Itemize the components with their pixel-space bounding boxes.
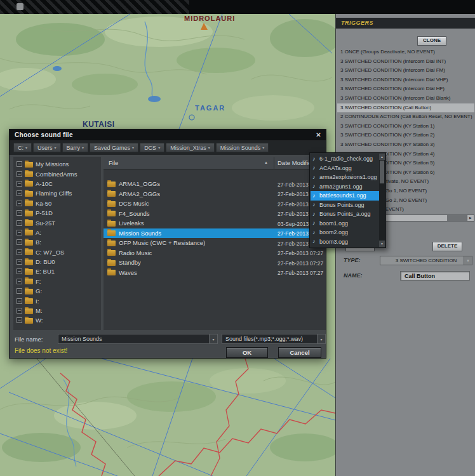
trigger-row[interactable]: 3 SWITCHED CONDITION (Intercom Dial HF) [337,84,474,94]
trigger-row[interactable]: 3 SWITCHED CONDITION (Intercom Dial INT) [337,57,474,67]
collapse-icon[interactable]: − [17,220,22,226]
collapse-icon[interactable]: − [17,298,22,304]
scrollbar-thumb[interactable] [380,161,384,183]
tree-item[interactable]: − Ka-50 [13,199,101,208]
tree-item[interactable]: − A-10C [13,179,101,188]
trigger-row[interactable]: 3 SWITCHED CONDITION (Intercom Dial Blan… [337,94,474,103]
dialog-title-bar[interactable]: Choose sound file ✕ [10,129,326,140]
trigger-row[interactable]: 3 SWITCHED CONDITION (Intercom Dial VHF) [337,76,474,85]
sound-file-item[interactable]: ♪ boom1.ogg [311,219,379,228]
collapse-icon[interactable]: − [17,171,22,177]
collapse-icon[interactable]: − [17,201,22,206]
file-row[interactable]: OFP Music (CWC + Resistance) 27-Feb-2013… [104,238,326,248]
scroll-right-icon[interactable]: ▶ [467,215,474,221]
trigger-row[interactable]: 1 ONCE (Groups Deactivate, NO EVENT) [337,48,474,57]
sound-file-item[interactable]: ♪ boom2.ogg [311,228,379,237]
sound-file-item[interactable]: ♪ ACAATa.ogg [311,164,379,173]
scroll-down-icon[interactable]: ▼ [379,241,385,247]
trigger-type-dropdown[interactable]: 3 SWITCHED CONDITION ▼ [380,256,472,265]
file-row[interactable]: ARMA1_OGGs 27-Feb-2013 07:27 [104,179,326,189]
map-label-midrolauri: MIDROLAURI [184,15,235,22]
sort-ascending-icon: ▲ [264,161,268,164]
collapse-icon[interactable]: − [17,259,22,265]
chevron-down-icon[interactable]: ▾ [209,334,217,343]
sound-file-item[interactable]: ♪ Bonus Points.ogg [311,201,379,210]
tree-item[interactable]: − P-51D [13,208,101,218]
collapse-icon[interactable]: − [17,210,22,216]
sound-file-item[interactable]: ♪ Bonus Points_a.ogg [311,209,379,219]
file-row[interactable]: ARMA2_OGGs 27-Feb-2013 07:27 [104,189,326,199]
file-row[interactable]: DCS Music 27-Feb-2013 07:27 [104,199,326,209]
collapse-icon[interactable]: − [17,317,22,323]
collapse-icon[interactable]: − [17,308,22,314]
folder-icon [107,191,116,197]
breadcrumb-item[interactable]: Barry ▾ [62,143,89,152]
collapse-icon[interactable]: − [17,190,22,196]
tree-item[interactable]: − I: [13,296,101,305]
tree-item[interactable]: − D: BU0 [13,257,101,267]
tree-item[interactable]: − B: [13,237,101,247]
file-name-input[interactable]: Mission Sounds ▾ [58,334,218,344]
sound-file-icon: ♪ [312,239,318,244]
tree-item[interactable]: − M: [13,306,101,315]
breadcrumb-item[interactable]: Mission Sounds ▾ [216,143,269,152]
file-row[interactable]: Liveleaks 03-Sep-2013 07:27 [104,218,326,228]
collapse-icon[interactable]: − [17,239,22,245]
sound-file-item[interactable]: ♪ arma2explosions1.ogg [311,173,379,182]
tree-item[interactable]: − F: [13,277,101,286]
trigger-row[interactable]: 3 SWITCHED CONDITION (KY Station 2) [337,131,474,140]
collapse-icon[interactable]: − [17,161,22,167]
file-row[interactable]: Waves 27-Feb-2013 07:27 [104,268,326,278]
column-divider[interactable] [274,157,274,169]
trigger-row[interactable]: 2 CONTINUOUS ACTION (Call Button Reset, … [337,112,474,122]
collapse-icon[interactable]: − [17,249,22,255]
tree-item[interactable]: − My Missions [13,159,101,169]
tree-item[interactable]: − Flaming Cliffs [13,188,101,198]
tree-item[interactable]: − CombinedArms [13,169,101,178]
tree-item[interactable]: − E: BU1 [13,267,101,276]
breadcrumb-item[interactable]: C: ▾ [13,143,32,152]
file-row[interactable]: Mission Sounds 27-Feb-2013 07:27 [104,228,326,239]
trigger-name-input[interactable]: Call Button [400,271,470,281]
tree-item[interactable]: − A: [13,228,101,237]
breadcrumb-item[interactable]: Saved Games ▾ [90,143,138,152]
toolbar-icon[interactable] [17,3,23,10]
file-row[interactable]: F4_Sounds 27-Feb-2013 07:27 [104,209,326,219]
tree-item[interactable]: − G: [13,286,101,296]
ok-button[interactable]: OK [226,347,268,358]
collapse-icon[interactable]: − [17,181,22,187]
sound-file-item[interactable]: ♪ arma2guns1.ogg [311,182,379,192]
file-list-header: File ▲ Date Modified [104,157,326,169]
file-row[interactable]: Standby 27-Feb-2013 07:27 [104,258,326,268]
breadcrumb-item[interactable]: Mission_Xtras ▾ [166,143,215,152]
clone-button[interactable]: CLONE [417,36,446,46]
file-column-header[interactable]: File [109,159,118,166]
collapse-icon[interactable]: − [17,279,22,284]
breadcrumb-item[interactable]: Users ▾ [33,143,61,152]
sound-file-item[interactable]: ♪ boom3.ogg [311,237,379,247]
sound-list-scrollbar[interactable]: ▲ ▼ [379,154,385,247]
sound-file-list: ♪ 6-1_radio_check.ogg ♪ ACAATa.ogg ♪ arm… [311,154,379,246]
trigger-row[interactable]: 3 SWITCHED CONDITION (Call Button) [337,103,474,113]
scroll-up-icon[interactable]: ▲ [379,154,385,160]
sound-file-item[interactable]: ♪ 6-1_radio_check.ogg [311,154,379,164]
tree-item[interactable]: − Su-25T [13,218,101,227]
file-row[interactable]: Radio Music 27-Feb-2013 07:27 [104,248,326,258]
chevron-down-icon[interactable]: ▼ [464,256,472,265]
folder-icon [25,230,33,235]
trigger-row[interactable]: 3 SWITCHED CONDITION (KY Station 1) [337,122,474,131]
breadcrumb-item[interactable]: DCS ▾ [140,143,164,152]
collapse-icon[interactable]: − [17,230,22,235]
trigger-row[interactable]: 3 SWITCHED CONDITION (KY Station 3) [337,140,474,150]
chevron-down-icon[interactable]: ▾ [317,334,325,343]
file-type-dropdown[interactable]: Sound files(*.mp3;*.ogg;*.wav) ▾ [222,334,326,344]
close-icon[interactable]: ✕ [314,131,323,139]
collapse-icon[interactable]: − [17,288,22,294]
sound-file-item[interactable]: ♪ battlesounds1.ogg [311,191,379,201]
delete-trigger-button[interactable]: DELETE [432,242,462,251]
tree-item[interactable]: − C: W7_OS [13,248,101,257]
cancel-button[interactable]: Cancel [278,347,321,358]
collapse-icon[interactable]: − [17,268,22,274]
trigger-row[interactable]: 3 SWITCHED CONDITION (Intercom Dial FM) [337,66,474,76]
tree-item[interactable]: − W: [13,315,101,325]
